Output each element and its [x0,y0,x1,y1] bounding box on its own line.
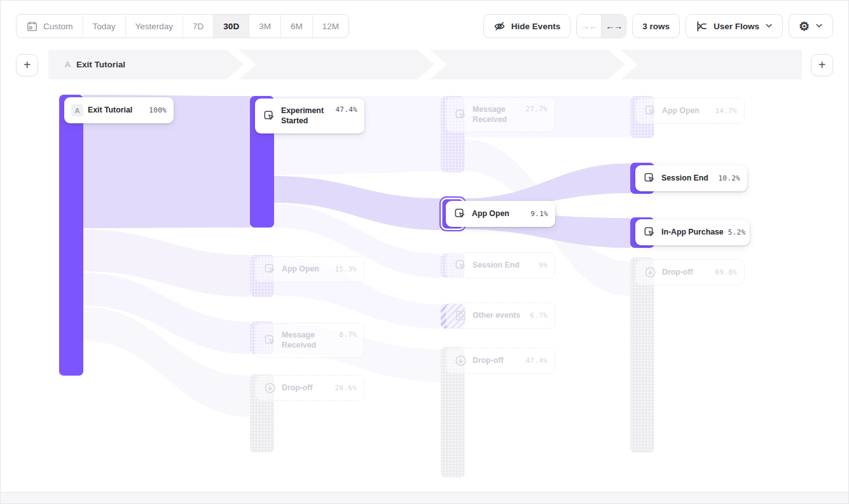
date-range-yesterday[interactable]: Yesterday [126,15,184,37]
node-value: 15.3% [335,265,357,273]
date-range-label: Custom [43,22,73,31]
date-range-label: Today [93,22,116,31]
flow-node-message-received[interactable]: Message Received 27.7% [446,97,555,132]
node-label: App Open [282,264,330,275]
node-value: 6.7% [530,311,548,320]
add-step-right-button[interactable]: + [811,54,833,76]
flow-node-message-received[interactable]: Message Received 8.7% [255,323,364,358]
event-cursor-icon [263,333,277,348]
calendar-icon [26,20,38,32]
node-value: 14.7% [715,107,737,115]
user-flows-page: Custom Today Yesterday 7D 30D 3M 6M 12M … [0,0,849,504]
chevron-down-icon [765,22,773,30]
sankey-links [1,1,849,504]
event-cursor-icon [643,104,658,118]
flow-node-app-open[interactable]: App Open 14.7% [635,98,745,124]
node-value: 47.4% [525,357,548,365]
date-range-label: 7D [193,22,204,31]
node-value: 28.6% [335,384,357,392]
node-label: Drop-off [473,356,521,366]
date-range-12m[interactable]: 12M [313,15,349,37]
node-label: Exit Tutorial [88,106,144,116]
flow-node-experiment-started[interactable]: Experiment Started 47.4% [255,99,364,133]
flow-node-dropoff[interactable]: Drop-off 28.6% [255,375,364,401]
date-range-7d[interactable]: 7D [183,15,214,37]
date-range-label: 3M [259,22,271,31]
rows-button[interactable]: 3 rows [632,14,680,38]
bottom-scroll-strip[interactable] [1,492,848,503]
collapse-arrows-glyph: →← [581,21,597,31]
node-label: In-App Purchase [661,228,724,238]
chevron-down-icon [815,22,823,30]
event-cursor-icon [642,171,657,186]
date-range-selector: Custom Today Yesterday 7D 30D 3M 6M 12M [16,14,349,38]
node-label: App Open [472,209,526,219]
sankey-bar-dropoff[interactable] [630,257,654,453]
node-value: 9% [539,261,548,269]
date-range-label: 12M [322,22,339,31]
node-label: Drop-off [282,383,330,393]
flow-node-in-app-purchase[interactable]: In-App Purchase 5.2% [635,219,750,245]
node-value: 27.7% [525,105,548,113]
event-cursor-icon [453,107,468,122]
event-cursor-icon [263,262,277,276]
flow-node-dropoff[interactable]: Drop-off 47.4% [446,348,555,374]
flow-node-dropoff[interactable]: Drop-off 69.8% [635,259,745,285]
date-range-3m[interactable]: 3M [249,15,281,37]
node-label: Session End [661,174,714,184]
view-selector-label: User Flows [714,22,759,31]
toolbar: Custom Today Yesterday 7D 30D 3M 6M 12M … [16,14,833,38]
date-range-6m[interactable]: 6M [281,15,313,37]
node-label: Drop-off [662,268,710,278]
user-flows-chart-icon [696,20,708,32]
node-label: App Open [662,106,710,116]
node-value: 10.2% [718,174,740,182]
arrow-down-circle-icon [263,381,277,395]
add-step-left-button[interactable]: + [16,54,38,76]
flow-node-app-open[interactable]: App Open 9.1% [446,201,555,227]
node-value: 100% [149,106,167,114]
flow-node-exit-tutorial[interactable]: A Exit Tutorial 100% [64,97,174,123]
column-width-toggle: →← ←→ [576,14,626,38]
node-value: 47.4% [335,106,357,114]
flow-node-app-open[interactable]: App Open 15.3% [255,256,364,282]
node-label: Session End [473,261,534,271]
plus-icon: + [818,58,826,72]
event-cursor-icon [262,109,277,123]
eye-off-icon [494,20,506,32]
event-cursor-icon [642,225,657,240]
hide-events-button[interactable]: Hide Events [483,14,570,38]
expand-arrows-glyph: ←→ [605,21,622,31]
hide-events-label: Hide Events [511,22,560,31]
node-value: 5.2% [728,228,746,236]
grid-icon [453,308,468,323]
rows-label: 3 rows [642,22,670,31]
date-range-today[interactable]: Today [83,15,126,37]
node-value: 69.8% [715,268,737,276]
arrow-down-circle-icon [453,353,468,368]
flow-node-session-end[interactable]: Session End 10.2% [635,165,747,191]
settings-dropdown[interactable]: ⚙ [789,14,833,38]
step-badge: A [71,104,83,116]
flow-node-session-end[interactable]: Session End 9% [446,252,555,278]
date-range-label: Yesterday [135,22,174,31]
node-label: Message Received [282,330,335,351]
date-range-label: 6M [291,22,303,31]
collapse-columns-icon[interactable]: →← [577,15,601,37]
node-label: Message Received [473,105,521,125]
expand-columns-icon[interactable]: ←→ [601,15,626,37]
node-label: Experiment Started [281,106,331,126]
node-value: 9.1% [530,210,548,218]
event-cursor-icon [453,207,467,221]
sankey-bar-exit-tutorial[interactable] [59,95,83,376]
date-range-custom[interactable]: Custom [17,15,83,37]
toolbar-right-group: Hide Events →← ←→ 3 rows User Flows ⚙ [483,14,833,38]
flow-node-other-events[interactable]: Other events 6.7% [446,303,555,329]
date-range-label: 30D [223,22,239,31]
view-selector-dropdown[interactable]: User Flows [686,14,783,38]
event-cursor-icon [453,258,468,273]
arrow-down-circle-icon [643,265,658,280]
date-range-30d[interactable]: 30D [214,15,249,37]
node-value: 8.7% [339,330,357,339]
node-label: Other events [473,311,525,321]
